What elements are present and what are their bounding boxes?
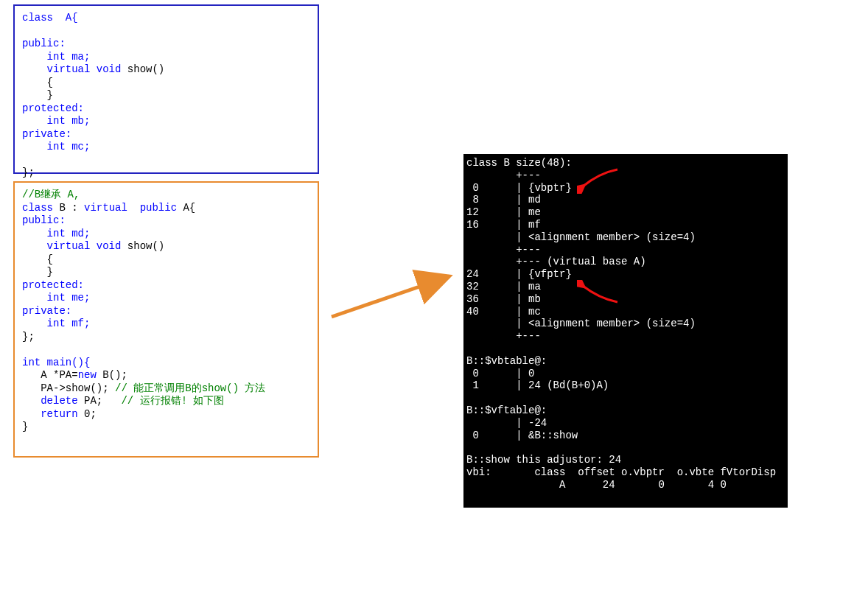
code-line: } [22,421,28,432]
console-line: 16 | mf [466,219,541,231]
console-line: B::show this adjustor: 24 [466,454,621,466]
console-line: vbi: class offset o.vbptr o.vbte fVtorDi… [466,466,776,478]
code-line: PA; [78,395,122,407]
code-line: public: [22,38,66,49]
code-block-class-b: //B继承 A, class B : virtual public A{ pub… [13,181,319,458]
code-line: }; [22,167,35,178]
code-line: int ma; [22,51,90,63]
console-line: 0 | 0 [466,368,534,379]
code-line: int mf; [22,318,90,329]
console-line: 40 | mc [466,306,541,318]
console-line: | <alignment member> (size=4) [466,231,696,243]
code-line: { [22,77,53,88]
console-line: +--- [466,330,541,342]
console-line: | <alignment member> (size=4) [466,318,696,329]
console-line: 8 | md [466,194,541,206]
console-line: +--- [466,244,541,256]
console-line: 24 | {vfptr} [466,268,572,280]
code-line: virtual public [84,202,177,214]
code-line: int md; [22,228,90,239]
code-line: int me; [22,292,90,304]
arrow-right-icon [328,265,461,324]
console-line: B::$vbtable@: [466,355,547,367]
code-line: public: [22,214,66,226]
code-line: protected: [22,279,84,291]
code-line: new [78,369,97,381]
code-line: A *PA= [22,369,78,381]
code-line: private: [22,128,71,140]
code-line: int main(){ [22,357,90,368]
code-line: show() [121,63,164,75]
console-line: 32 | ma [466,281,541,293]
code-line: virtual void [22,240,121,252]
code-line: }; [22,331,35,343]
code-line: virtual void [22,63,121,75]
code-line: private: [22,305,71,317]
console-line: 0 | {vbptr} [466,182,572,194]
code-line: int mc; [22,141,90,153]
console-line: 12 | me [466,206,541,218]
code-block-class-a: class A{ public: int ma; virtual void sh… [13,4,319,174]
code-line: return [22,408,78,420]
code-line: B(); [97,369,127,381]
code-line: } [22,89,53,101]
console-line: B::$vftable@: [466,404,547,416]
code-line: class [22,202,53,214]
console-line: class B size(48): [466,157,572,169]
code-line: B : [53,202,84,214]
console-line: +--- [466,169,541,181]
console-line: | -24 [466,417,547,429]
console-line: A 24 0 4 0 [466,479,727,491]
code-line: 0; [78,408,97,420]
code-line: // 运行报错! 如下图 [121,395,224,407]
code-line: protected: [22,102,84,114]
svg-line-0 [332,276,449,317]
code-line: delete [22,395,78,407]
code-line: // 能正常调用B的show() 方法 [115,382,265,394]
console-line: 0 | &B::show [466,430,578,441]
code-line: PA->show(); [22,382,115,394]
code-line: show() [121,240,164,252]
code-line: class A{ [22,12,78,24]
code-line: int mb; [22,115,90,127]
console-line: +--- (virtual base A) [466,256,646,267]
code-line: } [22,266,53,278]
console-output: class B size(48): +--- 0 | {vbptr} 8 | m… [463,154,788,508]
code-line: { [22,253,53,265]
console-line: 36 | mb [466,293,541,305]
console-line: 1 | 24 (Bd(B+0)A) [466,379,609,391]
code-line: A{ [177,202,195,214]
code-line: //B继承 A, [22,189,80,200]
